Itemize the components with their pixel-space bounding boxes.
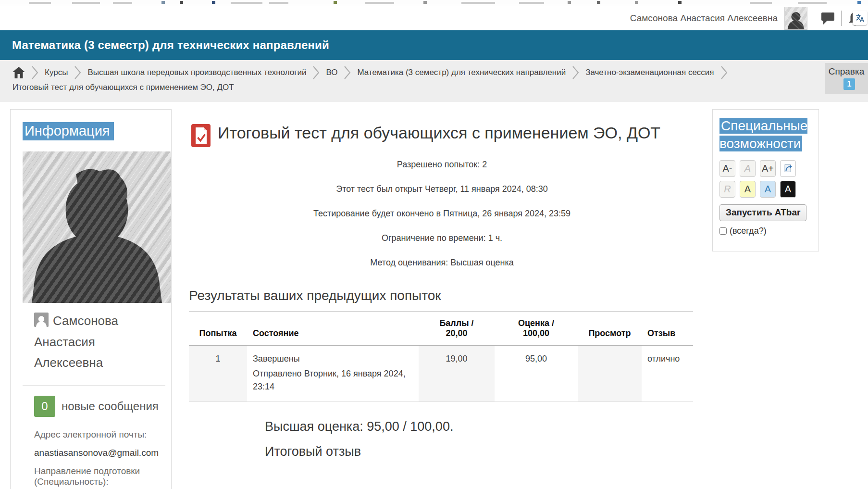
topbar-divider <box>842 11 842 26</box>
breadcrumb-item-session[interactable]: Зачетно-экзаменационная сессия <box>585 68 714 77</box>
accessibility-title: Специальные возможности <box>719 118 807 151</box>
attempt-review-cell <box>578 346 642 402</box>
profile-user-line: Самсонова Анастасия Алексеевна <box>34 311 165 374</box>
launch-atbar-button[interactable]: Запустить ATbar <box>719 204 806 221</box>
quiz-attempts-allowed: Разрешено попыток: 2 <box>189 160 695 170</box>
font-larger-button[interactable]: A+ <box>760 160 776 177</box>
course-header: Математика (3 семестр) для технических н… <box>0 30 868 60</box>
scheme-blue-button[interactable]: A <box>760 181 776 198</box>
column-header-state: Состояние <box>247 312 419 346</box>
column-header-grade: Оценка / 100,00 <box>495 312 578 346</box>
messages-line: 0 новые сообщения <box>34 396 171 417</box>
quiz-icon <box>191 124 211 149</box>
scheme-reset-button[interactable]: R <box>719 181 735 198</box>
column-header-review: Просмотр <box>578 312 642 346</box>
quiz-open-date: Этот тест был открыт Четверг, 11 января … <box>189 184 695 194</box>
course-title: Математика (3 семестр) для технических н… <box>12 38 329 52</box>
font-smaller-button[interactable]: A- <box>719 160 735 177</box>
chevron-right-icon <box>720 64 728 81</box>
breadcrumb-item-courses[interactable]: Курсы <box>45 68 68 77</box>
accessibility-block: Специальные возможности A- A A+ R A A A … <box>712 109 819 251</box>
main-content: Итоговый тест для обучающихся с применен… <box>189 109 695 459</box>
final-feedback-heading: Итоговый отзыв <box>265 444 695 459</box>
person-silhouette-icon <box>785 10 807 29</box>
divider <box>23 385 165 386</box>
breadcrumb-item-vo[interactable]: ВО <box>326 68 337 77</box>
email-label: Адрес электронной почты: <box>34 429 164 440</box>
chevron-right-icon <box>344 64 351 81</box>
help-label[interactable]: Справка <box>829 66 865 77</box>
attempt-submitted: Отправлено Вторник, 16 января 2024, 23:1… <box>253 367 413 393</box>
quiz-info: Разрешено попыток: 2 Этот тест был откры… <box>189 160 695 268</box>
table-row: 1 Завершены Отправлено Вторник, 16 январ… <box>189 346 693 402</box>
results-table: Попытка Состояние Баллы / 20,00 Оценка /… <box>189 311 693 402</box>
messages-label[interactable]: новые сообщения <box>62 400 159 413</box>
atbar-always-label: (всегда?) <box>730 226 767 236</box>
speciality-label: Направление подготовки (Специальность): <box>34 466 164 487</box>
highest-grade: Высшая оценка: 95,00 / 100,00. <box>265 419 695 434</box>
column-header-feedback: Отзыв <box>642 312 693 346</box>
messages-count-badge: 0 <box>34 396 55 417</box>
attempt-number-cell: 1 <box>189 346 247 402</box>
quiz-grading-method: Метод оценивания: Высшая оценка <box>189 258 695 268</box>
breadcrumb-item-school[interactable]: Высшая школа передовых производственных … <box>87 68 306 77</box>
scheme-default-icon-button[interactable] <box>780 160 796 177</box>
home-icon[interactable] <box>12 67 25 78</box>
profile-details: Адрес электронной почты: anastiasansonov… <box>34 429 164 489</box>
chevron-right-icon <box>572 64 579 81</box>
page-refresh-icon <box>783 163 793 173</box>
quiz-time-limit: Ограничение по времени: 1 ч. <box>189 233 695 243</box>
help-tab[interactable]: Справка 1 <box>825 63 868 94</box>
chevron-right-icon <box>74 64 81 81</box>
profile-photo <box>23 151 171 303</box>
user-avatar[interactable] <box>784 7 807 30</box>
attempt-state: Завершены <box>253 354 413 364</box>
attempt-grade-cell: 95,00 <box>495 346 578 402</box>
user-bar: Самсонова Анастасия Алексеевна <box>0 6 868 30</box>
column-header-marks: Баллы / 20,00 <box>419 312 495 346</box>
breadcrumb: Курсы Высшая школа передовых производств… <box>0 60 868 102</box>
font-reset-button[interactable]: A <box>740 160 756 177</box>
translate-icon[interactable] <box>853 11 867 25</box>
messages-icon[interactable] <box>821 12 835 25</box>
page: Самсонова Анастасия Алексеевна Математик… <box>0 0 868 489</box>
attempt-marks-cell: 19,00 <box>419 346 495 402</box>
results-heading: Результаты ваших предыдущих попыток <box>189 288 695 303</box>
attempt-state-cell: Завершены Отправлено Вторник, 16 января … <box>247 346 419 402</box>
breadcrumb-item-course[interactable]: Математика (3 семестр) для технических н… <box>357 68 566 77</box>
person-icon <box>34 313 49 327</box>
chevron-right-icon <box>31 64 38 81</box>
info-sidebar: Информация Самсонова Анастасия Алексеевн… <box>10 109 172 489</box>
scheme-dark-button[interactable]: A <box>780 181 796 198</box>
info-sidebar-title: Информация <box>23 122 114 140</box>
quiz-title: Итоговый тест для обучающихся с применен… <box>218 122 660 149</box>
chevron-right-icon <box>312 64 320 81</box>
scheme-yellow-button[interactable]: A <box>740 181 756 198</box>
breadcrumb-current-page: Итоговый тест для обучающихся с применен… <box>0 81 868 92</box>
attempt-feedback-cell: отлично <box>642 346 693 402</box>
email-value: anastiasansonova@gmail.com <box>34 448 164 458</box>
browser-bookmarks-strip <box>0 0 868 5</box>
atbar-always-checkbox[interactable] <box>719 227 727 235</box>
help-badge: 1 <box>843 78 855 90</box>
user-name[interactable]: Самсонова Анастасия Алексеевна <box>630 13 778 24</box>
quiz-close-date: Тестирование будет окончено в Пятница, 2… <box>189 209 695 219</box>
column-header-attempt: Попытка <box>189 312 247 346</box>
